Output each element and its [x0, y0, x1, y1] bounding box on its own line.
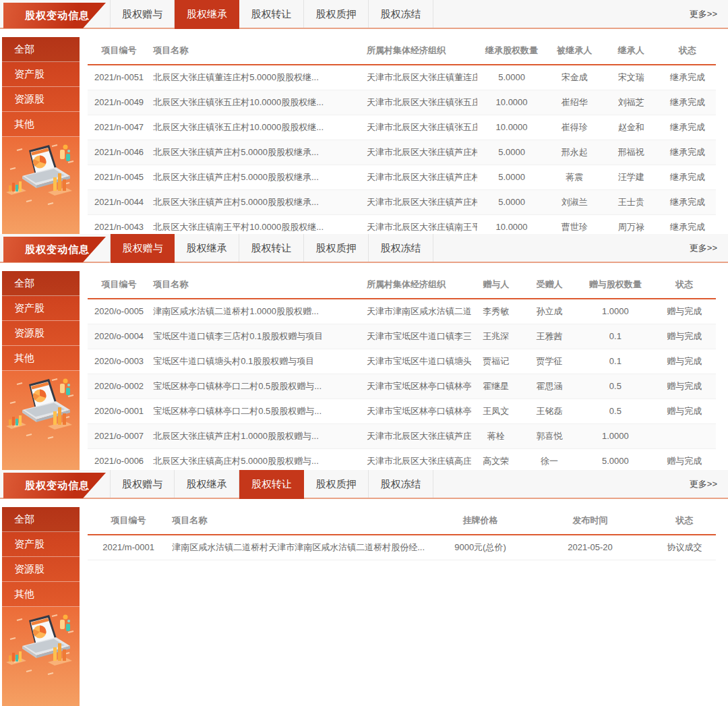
table-cell: 5.0000 [477, 190, 547, 214]
tab[interactable]: 股权继承 [175, 0, 239, 29]
column-header: 项目编号 [88, 271, 150, 298]
section-title-banner: 股权变动信息 [3, 237, 106, 262]
sidebar-category-item[interactable]: 全部 [2, 507, 80, 532]
equity-change-page: 股权变动信息 股权赠与股权继承股权转让股权质押股权冻结 更多>> 全部资产股资源… [0, 0, 728, 706]
beaker-icon [60, 379, 70, 396]
category-list: 全部资产股资源股其他 [2, 37, 80, 137]
table-header-row: 项目编号项目名称挂牌价格发布时间状态 [88, 507, 716, 535]
table-cell: 王兆深 [471, 324, 522, 349]
table-row[interactable]: 2021/n-0047北辰区大张庄镇张五庄村10.0000股股权继...天津市北… [88, 115, 716, 140]
table-cell: 贾学征 [521, 349, 578, 374]
beaker-icon [60, 615, 70, 632]
section-title-banner: 股权变动信息 [3, 3, 106, 28]
table-cell: 蒋震 [546, 165, 603, 189]
table-row[interactable]: 2020/o-0005津南区咸水沽镇二道桥村1.0000股股权赠...天津市津南… [88, 299, 716, 324]
table-cell: 2021/n-0046 [88, 140, 150, 165]
category-list: 全部资产股资源股其他 [2, 271, 80, 371]
tab[interactable]: 股权冻结 [369, 234, 433, 262]
table-cell: 蒋栓 [471, 424, 522, 448]
table-cell [653, 424, 716, 448]
category-sidebar: 全部资产股资源股其他 [2, 37, 80, 234]
tab[interactable]: 股权继承 [175, 470, 239, 498]
table-row[interactable]: 2021/m-0001津南区咸水沽镇二道桥村天津市津南区咸水沽镇二道桥村股份经.… [88, 535, 716, 560]
table-cell: 2020/o-0002 [88, 374, 150, 399]
sidebar-category-item[interactable]: 资源股 [2, 321, 80, 346]
column-header: 项目名称 [169, 507, 433, 534]
sidebar-illustration-panel [2, 371, 80, 470]
table-cell: 2020/o-0003 [88, 349, 150, 374]
section-tab-bar: 股权变动信息 股权赠与股权继承股权转让股权质押股权冻结 更多>> [0, 234, 728, 263]
category-sidebar: 全部资产股资源股其他 [2, 507, 80, 706]
table-row[interactable]: 2021/n-0051北辰区大张庄镇董连庄村5.0000股股权继...天津市北辰… [88, 65, 716, 90]
tab[interactable]: 股权质押 [304, 0, 369, 28]
sidebar-category-item[interactable]: 其他 [2, 582, 80, 607]
table-cell: 王凤文 [471, 399, 522, 423]
data-table: 项目编号项目名称挂牌价格发布时间状态 2021/m-0001津南区咸水沽镇二道桥… [88, 507, 716, 706]
sidebar-category-item[interactable]: 资产股 [2, 62, 80, 87]
column-header: 状态 [653, 271, 716, 298]
beaker-icon [60, 145, 70, 162]
table-cell: 10.0000 [477, 115, 547, 140]
table-row[interactable]: 2021/n-0045北辰区大张庄镇芦庄村5.0000股股权继承...天津市北辰… [88, 165, 716, 190]
table-cell: 天津市津南区咸水沽镇二道桥村股... [364, 299, 471, 324]
sidebar-category-item[interactable]: 全部 [2, 37, 80, 62]
tab[interactable]: 股权质押 [304, 470, 369, 498]
more-link[interactable]: 更多>> [690, 234, 717, 262]
sidebar-category-item[interactable]: 资源股 [2, 87, 80, 112]
column-header: 挂牌价格 [433, 507, 528, 534]
table-cell: 天津市宝坻区牛道口镇塘头村股份... [364, 349, 471, 374]
sidebar-category-item[interactable]: 资产股 [2, 296, 80, 321]
table-cell: 0.5 [578, 399, 653, 423]
tab[interactable]: 股权转让 [239, 234, 304, 262]
table-cell: 赠与完成 [653, 399, 716, 423]
equity-change-section: 股权变动信息 股权赠与股权继承股权转让股权质押股权冻结 更多>> 全部资产股资源… [0, 470, 728, 706]
table-cell: 王雅茜 [521, 324, 578, 349]
column-header: 项目名称 [150, 271, 364, 298]
tab[interactable]: 股权赠与 [110, 470, 175, 498]
table-cell: 2020/o-0005 [88, 299, 150, 324]
charts-laptop-illustration [6, 611, 76, 676]
tab[interactable]: 股权转让 [239, 0, 304, 28]
table-cell: 2021-05-20 [527, 535, 653, 560]
column-header: 赠与股权数量 [578, 271, 653, 298]
table-row[interactable]: 2021/n-0049北辰区大张庄镇张五庄村10.0000股股权继...天津市北… [88, 90, 716, 115]
table-cell: 继承完成 [659, 165, 716, 189]
table-cell: 宋文瑞 [603, 65, 659, 90]
table-cell: 邢福祝 [603, 140, 659, 165]
table-row[interactable]: 2020/o-0001宝坻区林亭口镇林亭口二村0.5股股权赠与...天津市宝坻区… [88, 399, 716, 424]
tab[interactable]: 股权冻结 [369, 0, 433, 28]
more-link[interactable]: 更多>> [690, 470, 717, 498]
tab[interactable]: 股权转让 [239, 470, 304, 499]
table-row[interactable]: 2021/n-0046北辰区大张庄镇芦庄村5.0000股股权继承...天津市北辰… [88, 140, 716, 165]
table-row[interactable]: 2020/o-0002宝坻区林亭口镇林亭口二村0.5股股权赠与...天津市宝坻区… [88, 374, 716, 399]
tab[interactable]: 股权继承 [175, 234, 239, 262]
charts-laptop-illustration [6, 141, 76, 206]
sidebar-category-item[interactable]: 资产股 [2, 532, 80, 557]
table-cell: 继承完成 [659, 140, 716, 165]
tab[interactable]: 股权冻结 [369, 470, 433, 498]
tab[interactable]: 股权质押 [304, 234, 369, 262]
bar-chart-left-icon [6, 651, 26, 665]
table-row[interactable]: 2020/o-0004宝坻区牛道口镇李三店村0.1股股权赠与项目天津市宝坻区牛道… [88, 324, 716, 349]
table-cell: 北辰区大张庄镇张五庄村10.0000股股权继... [150, 90, 364, 115]
table-row[interactable]: 2020/o-0003宝坻区牛道口镇塘头村0.1股股权赠与项目天津市宝坻区牛道口… [88, 349, 716, 374]
table-cell: 继承完成 [659, 65, 716, 90]
tab[interactable]: 股权赠与 [110, 234, 175, 263]
sidebar-category-item[interactable]: 其他 [2, 112, 80, 137]
tab[interactable]: 股权赠与 [110, 0, 175, 28]
table-cell: 0.1 [578, 324, 653, 349]
table-cell: 2021/n-0045 [88, 165, 150, 189]
table-cell: 宝坻区林亭口镇林亭口二村0.5股股权赠与... [150, 374, 364, 399]
column-header: 状态 [653, 507, 716, 534]
sidebar-category-item[interactable]: 资源股 [2, 557, 80, 582]
table-cell: 2020/o-0004 [88, 324, 150, 349]
sidebar-category-item[interactable]: 全部 [2, 271, 80, 296]
column-header: 项目名称 [150, 37, 364, 64]
section-body: 全部资产股资源股其他 [0, 29, 728, 234]
table-row[interactable]: 2021/n-0044北辰区大张庄镇芦庄村5.0000股股权继承...天津市北辰… [88, 190, 716, 215]
table-cell: 赠与完成 [653, 349, 716, 374]
table-row[interactable]: 2021/o-0007北辰区大张庄镇芦庄村1.0000股股权赠与...天津市北辰… [88, 424, 716, 449]
sidebar-category-item[interactable]: 其他 [2, 346, 80, 371]
column-header: 状态 [659, 37, 716, 64]
more-link[interactable]: 更多>> [690, 0, 717, 28]
